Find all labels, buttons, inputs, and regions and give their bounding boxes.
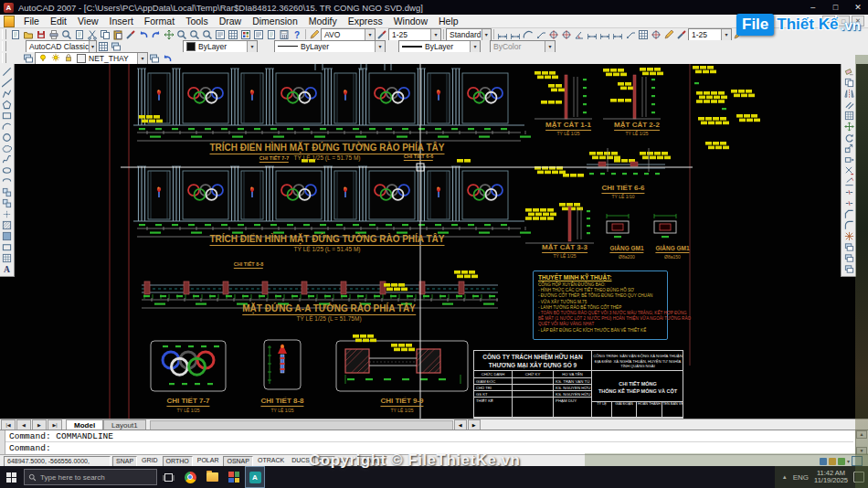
match-properties-button[interactable] <box>124 28 137 40</box>
dim-ordinate-button[interactable] <box>535 28 547 40</box>
tab-scrollbar[interactable] <box>150 420 453 430</box>
menu-insert[interactable]: Insert <box>104 16 139 27</box>
polygon-button[interactable] <box>1 99 13 110</box>
command-prompt[interactable]: Command: <box>9 443 51 453</box>
offset-button[interactable] <box>843 99 855 110</box>
zoom-window-button[interactable] <box>188 28 201 40</box>
tolerance-button[interactable] <box>637 28 650 40</box>
open-button[interactable] <box>22 28 35 40</box>
paste-button[interactable] <box>111 28 124 40</box>
plot-preview-button[interactable] <box>60 28 73 40</box>
autocad-taskbar-button[interactable]: A <box>245 466 265 488</box>
hatch-button[interactable] <box>1 219 13 230</box>
maximize-button[interactable]: □ <box>825 0 845 15</box>
color-control-combo[interactable]: ByLayer ▾ <box>183 40 258 53</box>
tray-lock-icon[interactable] <box>829 458 836 465</box>
draworder-button[interactable] <box>843 263 855 274</box>
quickcalc-button[interactable] <box>278 28 291 40</box>
status-grid-toggle[interactable]: GRID <box>139 456 161 465</box>
insert-block-button[interactable] <box>1 186 13 197</box>
move-button[interactable] <box>843 121 855 132</box>
dim-linear-button[interactable] <box>496 28 509 40</box>
scale-button[interactable] <box>843 143 855 154</box>
linetype-control-combo[interactable]: ByLayer ▾ <box>274 40 386 53</box>
cut-button[interactable] <box>86 28 99 40</box>
table-button[interactable] <box>1 252 13 263</box>
extend-button[interactable] <box>843 175 855 186</box>
plot-button[interactable] <box>48 28 60 40</box>
redo-button[interactable] <box>150 28 163 40</box>
language-indicator[interactable]: ENG <box>793 473 809 482</box>
tool-palettes-button[interactable] <box>239 28 252 40</box>
pan-button[interactable] <box>163 28 175 40</box>
my-workspace-button[interactable] <box>110 40 122 52</box>
dim-edit-button[interactable] <box>662 28 675 40</box>
chevron-down-icon[interactable]: ▾ <box>89 41 96 52</box>
command-grip[interactable] <box>0 430 5 455</box>
dim-scale-combo[interactable]: 1-25 ▾ <box>388 28 441 41</box>
array-button[interactable] <box>843 110 855 121</box>
workspace-settings-button[interactable] <box>97 40 110 52</box>
draworder-back-button[interactable] <box>843 252 855 263</box>
chevron-down-icon[interactable]: ▾ <box>430 29 440 40</box>
undo-button[interactable] <box>137 28 150 40</box>
help-button[interactable]: ? <box>291 28 303 40</box>
rotate-button[interactable] <box>843 132 855 143</box>
quick-leader-button[interactable] <box>624 28 637 40</box>
chevron-down-icon[interactable]: ▾ <box>721 29 731 40</box>
ellipse-button[interactable] <box>1 164 13 175</box>
file-explorer-button[interactable] <box>201 466 223 488</box>
menu-help[interactable]: Help <box>433 16 464 27</box>
start-button[interactable] <box>0 466 22 488</box>
dim-angular-button[interactable] <box>573 28 586 40</box>
dim-scale-button[interactable] <box>376 28 388 40</box>
dim-diameter-button[interactable] <box>560 28 573 40</box>
status-ortho-toggle[interactable]: ORTHO <box>163 456 193 467</box>
text-style-combo[interactable]: AVO ▾ <box>321 28 376 41</box>
dim-style-combo[interactable]: 1-25 ▾ <box>688 28 732 41</box>
chevron-down-icon[interactable]: ▾ <box>545 41 555 52</box>
sheet-set-button[interactable] <box>252 28 265 40</box>
clock[interactable]: 11:42 AM 11/19/2025 <box>814 470 848 485</box>
clean-screen-button[interactable] <box>852 456 863 466</box>
zoom-realtime-button[interactable] <box>175 28 188 40</box>
menu-tools[interactable]: Tools <box>180 16 214 27</box>
revision-cloud-button[interactable] <box>1 143 13 154</box>
dim-radius-button[interactable] <box>547 28 560 40</box>
dim-aligned-button[interactable] <box>509 28 522 40</box>
chamfer-button[interactable] <box>843 208 855 219</box>
markup-set-button[interactable] <box>265 28 278 40</box>
mirror-button[interactable] <box>843 88 855 99</box>
chevron-down-icon[interactable]: ▾ <box>375 41 385 52</box>
dim-continue-button[interactable] <box>611 28 624 40</box>
draworder-front-button[interactable] <box>843 241 855 252</box>
plotstyle-control-combo[interactable]: ByColor ▾ <box>490 40 556 53</box>
tray-arrow-icon[interactable]: ▾ <box>847 458 850 464</box>
erase-button[interactable] <box>843 66 855 77</box>
toolbar-grip[interactable] <box>2 53 6 63</box>
spline-button[interactable] <box>1 154 13 164</box>
quick-dim-button[interactable] <box>586 28 598 40</box>
menu-express[interactable]: Express <box>343 16 388 27</box>
rectangle-button[interactable] <box>1 110 13 121</box>
notification-center-button[interactable] <box>853 472 864 483</box>
menu-edit[interactable]: Edit <box>45 16 72 27</box>
toolbar-grip[interactable] <box>2 41 6 51</box>
status-otrack-toggle[interactable]: OTRACK <box>255 456 287 465</box>
chevron-down-icon[interactable]: ▾ <box>470 41 480 52</box>
properties-button[interactable] <box>214 28 227 40</box>
dim-update-button[interactable] <box>675 28 688 40</box>
line-button[interactable] <box>1 66 13 77</box>
dim-arc-length-button[interactable] <box>522 28 535 40</box>
new-button[interactable] <box>9 28 22 40</box>
menu-draw[interactable]: Draw <box>214 16 248 27</box>
status-osnap-toggle[interactable]: OSNAP <box>223 456 253 467</box>
trim-button[interactable] <box>843 164 855 175</box>
minimize-button[interactable]: – <box>803 0 823 15</box>
annotation-style-button[interactable] <box>308 28 321 40</box>
menu-dimension[interactable]: Dimension <box>247 16 303 27</box>
polyline-button[interactable] <box>1 88 13 99</box>
make-objects-layer-button[interactable] <box>148 52 161 64</box>
explode-button[interactable] <box>843 230 855 241</box>
layer-combo[interactable]: NET_THAY ▾ <box>35 52 148 65</box>
